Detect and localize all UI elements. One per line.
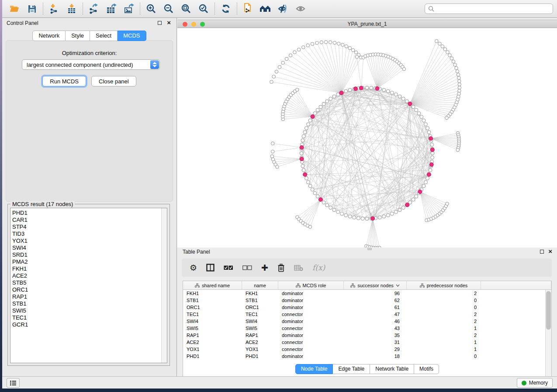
columns-icon: [206, 264, 214, 272]
tab-edge-table[interactable]: Edge Table: [333, 364, 370, 374]
zoom-in-button[interactable]: [142, 1, 160, 17]
network-overview-button[interactable]: [257, 1, 274, 17]
show-all-button[interactable]: [292, 1, 309, 17]
table-row[interactable]: FKH1FKH1dominator962: [183, 290, 545, 297]
eye-slash-icon: [277, 4, 289, 14]
column-header-shared-name[interactable]: shared name: [183, 281, 242, 289]
tab-style[interactable]: Style: [66, 31, 90, 41]
table-row[interactable]: ACE2ACE2connector311: [183, 339, 545, 346]
network-graph[interactable]: [177, 28, 557, 248]
table-row[interactable]: SWI4SWI4dominator462: [183, 318, 545, 325]
toolbar-separator: [43, 3, 43, 15]
delete-column-button[interactable]: [277, 261, 285, 274]
tab-mcds[interactable]: MCDS: [118, 31, 146, 41]
search-box: [425, 3, 553, 14]
list-item[interactable]: ORC1: [12, 286, 167, 293]
toolbar-separator: [140, 3, 140, 15]
export-image-icon: [124, 3, 135, 14]
float-panel-icon[interactable]: [540, 250, 544, 254]
list-item[interactable]: STP4: [12, 224, 167, 230]
float-panel-icon[interactable]: [158, 21, 162, 25]
show-columns-button[interactable]: [206, 261, 214, 274]
close-panel-button[interactable]: Close panel: [91, 76, 136, 86]
control-panel-tabs: Network Style Select MCDS: [2, 31, 176, 41]
table-row[interactable]: SWI5SWI5connector431: [183, 325, 545, 332]
attribute-type-icon: [350, 283, 355, 288]
table-row[interactable]: STB1STB1dominator620: [183, 297, 545, 304]
search-input[interactable]: [436, 4, 553, 13]
delete-table-button[interactable]: [294, 261, 303, 274]
list-item[interactable]: STB1: [12, 300, 167, 307]
column-header-successor-nodes[interactable]: successor nodes: [344, 281, 407, 289]
scrollbar-thumb[interactable]: [546, 291, 551, 330]
list-item[interactable]: TEC1: [12, 314, 167, 321]
export-network-button[interactable]: [85, 1, 103, 17]
export-image-button[interactable]: [120, 1, 138, 17]
deselect-all-button[interactable]: [242, 261, 252, 274]
tab-network-table[interactable]: Network Table: [370, 364, 414, 374]
import-table-icon: [67, 3, 76, 14]
table-row[interactable]: YOX1YOX1connector291: [183, 346, 545, 353]
zoom-in-icon: [146, 3, 156, 14]
function-builder-button[interactable]: f(x): [312, 261, 325, 274]
zoom-out-icon: [163, 3, 174, 14]
list-item[interactable]: RAP1: [12, 293, 167, 300]
control-panel-title: Control Panel: [7, 20, 38, 26]
add-column-button[interactable]: ✚: [261, 261, 268, 274]
export-network-icon: [89, 3, 99, 14]
save-icon: [28, 4, 37, 14]
optimization-criterion-select[interactable]: largest connected component (undirected): [22, 59, 160, 70]
list-item[interactable]: SRD1: [12, 251, 167, 258]
tab-node-table[interactable]: Node Table: [295, 364, 333, 374]
list-item[interactable]: FKH1: [12, 265, 167, 272]
tab-network[interactable]: Network: [32, 31, 66, 41]
list-item[interactable]: CAR1: [12, 217, 167, 224]
hide-selected-button[interactable]: [274, 1, 292, 17]
refresh-button[interactable]: [217, 1, 235, 17]
zoom-fit-button[interactable]: [177, 1, 195, 17]
column-header-mcds-role[interactable]: MCDS role: [278, 281, 344, 289]
table-row[interactable]: RAP1RAP1dominator352: [183, 332, 545, 339]
list-item[interactable]: PMA2: [12, 258, 167, 265]
list-item[interactable]: SWI5: [12, 307, 167, 314]
houses-icon: [259, 4, 272, 14]
application-window: Control Panel × Network Style Select MCD…: [2, 0, 557, 389]
zoom-selected-button[interactable]: [195, 1, 212, 17]
save-session-button[interactable]: [23, 1, 41, 17]
zoom-out-button[interactable]: [160, 1, 177, 17]
list-item[interactable]: YOX1: [12, 237, 167, 244]
optimization-criterion-label: Optimization criterion:: [6, 50, 173, 56]
network-window-titlebar[interactable]: YPA_prune.txt_1: [177, 20, 557, 28]
select-all-button[interactable]: [224, 261, 233, 274]
mcds-result-list[interactable]: PHD1 CAR1 STP4 TID3 YOX1 SWI4 SRD1 PMA2 …: [10, 208, 167, 363]
table-row[interactable]: ORC1ORC1dominator610: [183, 304, 545, 311]
table-row[interactable]: PHD1PHD1dominator180: [183, 353, 545, 360]
open-file-button[interactable]: [6, 1, 23, 17]
close-panel-icon[interactable]: ×: [548, 248, 552, 255]
column-header-predecessor-nodes[interactable]: predecessor nodes: [407, 281, 481, 289]
list-item[interactable]: TID3: [12, 230, 167, 237]
attribute-type-icon: [296, 283, 301, 288]
control-panel: Control Panel × Network Style Select MCD…: [2, 18, 177, 376]
task-history-button[interactable]: [7, 378, 20, 388]
open-folder-icon: [9, 4, 20, 14]
close-panel-icon[interactable]: ×: [167, 19, 171, 26]
table-row[interactable]: TEC1TEC1connector472: [183, 311, 545, 318]
tab-select[interactable]: Select: [90, 31, 118, 41]
network-canvas[interactable]: [177, 28, 557, 248]
list-item[interactable]: ACE2: [12, 272, 167, 279]
import-table-button[interactable]: [63, 1, 80, 17]
memory-button[interactable]: Memory: [517, 378, 553, 388]
list-item[interactable]: STB5: [12, 279, 167, 286]
list-scrollbar[interactable]: [161, 208, 167, 363]
import-network-button[interactable]: [45, 1, 63, 17]
clone-network-button[interactable]: [239, 1, 257, 17]
column-header-name[interactable]: name: [242, 281, 278, 289]
tab-motifs[interactable]: Motifs: [414, 364, 439, 374]
list-item[interactable]: PHD1: [12, 210, 167, 217]
run-mcds-button[interactable]: Run MCDS: [42, 76, 86, 86]
list-item[interactable]: SWI4: [12, 244, 167, 251]
list-item[interactable]: GCR1: [12, 321, 167, 328]
export-table-button[interactable]: [103, 1, 120, 17]
table-settings-button[interactable]: ⚙: [190, 261, 197, 274]
